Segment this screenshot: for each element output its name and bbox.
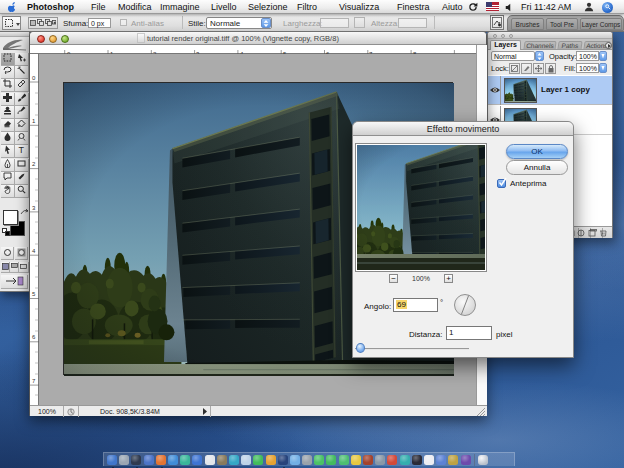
svg-text:4: 4 [32, 248, 36, 254]
svg-text:0: 0 [32, 75, 36, 81]
svg-text:3: 3 [32, 205, 36, 211]
svg-text:2: 2 [32, 161, 36, 167]
svg-text:6: 6 [32, 334, 36, 340]
svg-text:1: 1 [32, 118, 36, 124]
svg-text:5: 5 [32, 291, 36, 297]
svg-text:T: T [19, 145, 25, 154]
svg-text:7: 7 [32, 378, 36, 384]
